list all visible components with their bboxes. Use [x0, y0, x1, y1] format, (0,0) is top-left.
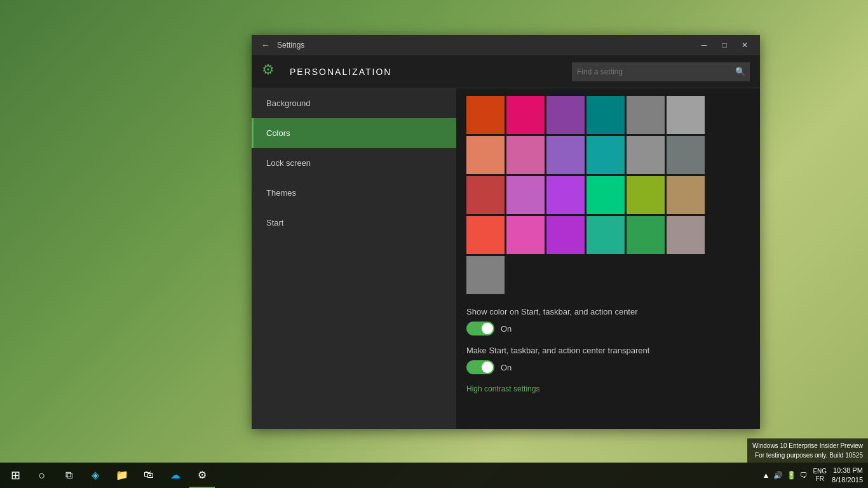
settings-app[interactable]: ⚙ [189, 463, 215, 488]
color-grid [466, 96, 750, 294]
color-swatch-22[interactable] [627, 216, 665, 254]
color-swatch-10[interactable] [627, 136, 665, 174]
color-swatch-21[interactable] [587, 216, 625, 254]
maximize-button[interactable]: □ [714, 35, 735, 55]
color-swatch-20[interactable] [546, 216, 585, 254]
minimize-button[interactable]: ─ [694, 35, 714, 55]
store-app[interactable]: 🛍 [136, 463, 161, 488]
color-swatch-17[interactable] [667, 176, 705, 214]
window-controls: ─ □ ✕ [694, 35, 755, 55]
start-button[interactable]: ⊞ [3, 463, 28, 488]
taskbar-left: ⊞ ○ ⧉ ◈ 📁 🛍 ☁ ⚙ [0, 463, 217, 488]
transparent-status: On [501, 363, 512, 372]
color-swatch-1[interactable] [506, 96, 545, 134]
network-icon: ▲ [763, 471, 770, 480]
nav-item-themes[interactable]: Themes [252, 178, 456, 208]
search-button[interactable]: ○ [29, 463, 55, 488]
transparent-label: Make Start, taskbar, and action center t… [466, 346, 750, 355]
show-color-section: Show color on Start, taskbar, and action… [466, 307, 750, 393]
taskbar: ⊞ ○ ⧉ ◈ 📁 🛍 ☁ ⚙ ▲ 🔊 🔋 🗨 ENG FR 10:38 PM … [0, 463, 868, 488]
high-contrast-link[interactable]: High contrast settings [466, 384, 750, 393]
color-swatch-12[interactable] [466, 176, 505, 214]
search-input[interactable] [572, 67, 731, 76]
search-icon[interactable]: 🔍 [731, 62, 750, 81]
title-bar: ← Settings ─ □ ✕ [252, 35, 760, 55]
color-swatch-18[interactable] [466, 216, 505, 254]
taskbar-notice: Windows 10 Enterprise Insider Preview Fo… [747, 438, 868, 463]
color-swatch-4[interactable] [627, 96, 665, 134]
notification-icon: 🗨 [800, 471, 808, 480]
color-swatch-15[interactable] [587, 176, 625, 214]
taskbar-right: ▲ 🔊 🔋 🗨 ENG FR 10:38 PM 8/18/2015 [763, 466, 869, 485]
settings-content: Show color on Start, taskbar, and action… [456, 88, 760, 429]
close-button[interactable]: ✕ [735, 35, 755, 55]
color-swatch-6[interactable] [466, 136, 505, 174]
nav-item-start[interactable]: Start [252, 208, 456, 238]
color-swatch-7[interactable] [506, 136, 545, 174]
task-view-button[interactable]: ⧉ [56, 463, 81, 488]
transparent-knob [482, 362, 493, 373]
lang-indicator[interactable]: ENG FR [813, 468, 827, 483]
gear-icon: ⚙ [262, 62, 282, 82]
taskbar-clock[interactable]: 10:38 PM 8/18/2015 [832, 466, 863, 485]
transparent-toggle[interactable] [466, 360, 494, 374]
search-box: 🔍 [572, 62, 750, 81]
skype-app[interactable]: ☁ [163, 463, 188, 488]
back-button[interactable]: ← [257, 36, 275, 54]
color-swatch-19[interactable] [506, 216, 545, 254]
volume-icon: 🔊 [773, 471, 783, 480]
settings-nav: Background Colors Lock screen Themes Sta… [252, 88, 456, 429]
color-swatch-0[interactable] [466, 96, 505, 134]
page-title: PERSONALIZATION [290, 67, 564, 77]
color-swatch-3[interactable] [587, 96, 625, 134]
show-color-label: Show color on Start, taskbar, and action… [466, 307, 750, 316]
color-swatch-2[interactable] [546, 96, 585, 134]
system-icons: ▲ 🔊 🔋 🗨 [763, 471, 808, 480]
edge-app[interactable]: ◈ [83, 463, 108, 488]
color-swatch-14[interactable] [546, 176, 585, 214]
show-color-knob [482, 323, 493, 334]
show-color-row: On [466, 322, 750, 336]
color-swatch-24[interactable] [466, 256, 505, 294]
color-swatch-16[interactable] [627, 176, 665, 214]
transparent-row: On [466, 360, 750, 374]
show-color-status: On [501, 324, 512, 334]
color-swatch-8[interactable] [546, 136, 585, 174]
nav-item-lock-screen[interactable]: Lock screen [252, 148, 456, 178]
color-swatch-23[interactable] [667, 216, 705, 254]
settings-window: ← Settings ─ □ ✕ ⚙ PERSONALIZATION 🔍 Bac… [252, 35, 760, 429]
color-swatch-5[interactable] [667, 96, 705, 134]
color-swatch-9[interactable] [587, 136, 625, 174]
settings-body: Background Colors Lock screen Themes Sta… [252, 88, 760, 429]
explorer-app[interactable]: 📁 [109, 463, 135, 488]
color-swatch-13[interactable] [506, 176, 545, 214]
color-swatch-11[interactable] [667, 136, 705, 174]
battery-icon: 🔋 [787, 471, 796, 480]
nav-item-background[interactable]: Background [252, 88, 456, 118]
nav-item-colors[interactable]: Colors [252, 118, 456, 148]
window-title: Settings [277, 41, 694, 50]
settings-header: ⚙ PERSONALIZATION 🔍 [252, 55, 760, 88]
show-color-toggle[interactable] [466, 322, 494, 336]
